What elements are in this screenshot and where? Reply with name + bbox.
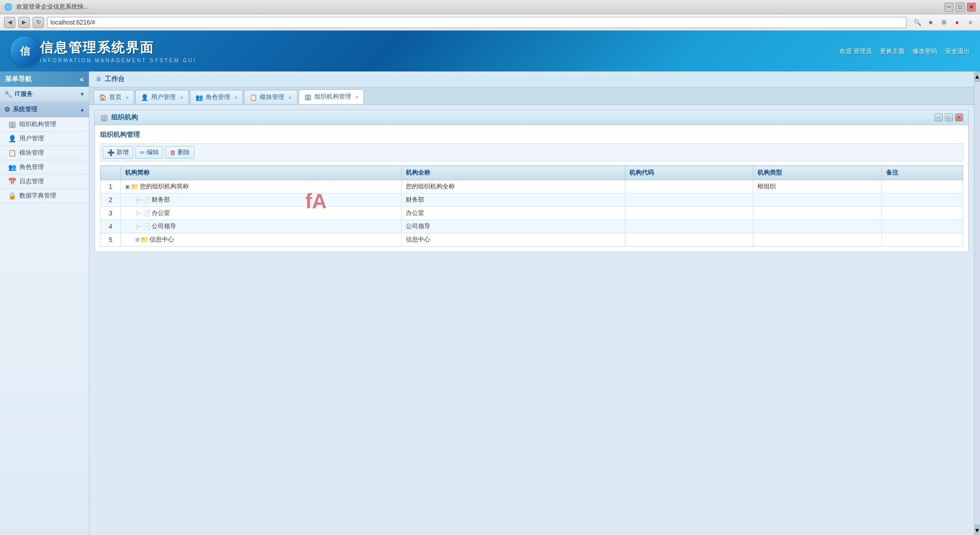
role-icon: 👥 <box>8 163 16 171</box>
org-table: 机构简称 机构全称 机构代码 机构类型 备注 1 <box>100 165 963 247</box>
tab-users[interactable]: 👤 用户管理 × <box>135 90 188 104</box>
col-code: 机构代码 <box>625 166 753 180</box>
sidebar-item-org[interactable]: 🏢 组织机构管理 <box>0 117 89 132</box>
browser-minimize-btn[interactable]: ─ <box>944 3 953 12</box>
tree-indent: ├─ 📄 财务部 <box>125 196 397 204</box>
sidebar-item-roles[interactable]: 👥 角色管理 <box>0 160 89 175</box>
row-code <box>625 207 753 220</box>
table-row[interactable]: 4 ├─ 📄 公司领导 公司领导 <box>101 220 963 233</box>
sidebar-item-roles-label: 角色管理 <box>19 163 44 172</box>
sidebar-item-dict[interactable]: 🔒 数据字典管理 <box>0 189 89 203</box>
tab-org-icon: 🏢 <box>304 93 312 101</box>
tab-roles-icon: 👥 <box>195 94 203 101</box>
row-num: 5 <box>101 233 121 247</box>
workbench-icon: 🖥 <box>95 76 102 83</box>
row-num: 4 <box>101 220 121 233</box>
expand-icon[interactable]: ⊞ <box>135 237 139 242</box>
add-icon: ➕ <box>107 149 115 156</box>
right-scrollbar[interactable]: ▲ ▼ <box>974 71 980 535</box>
connector-icon: ├─ <box>135 224 142 229</box>
row-shortname: ▣ 📁 您的组织机构简称 <box>121 180 402 193</box>
sidebar-item-modules-label: 模块管理 <box>19 149 44 157</box>
delete-btn[interactable]: 🗑 删除 <box>165 146 194 159</box>
sidebar-header: 菜单导航 « <box>0 71 89 87</box>
tab-roles[interactable]: 👥 角色管理 × <box>190 90 243 104</box>
row-shortname: ├─ 📄 公司领导 <box>121 220 402 233</box>
tab-modules-close[interactable]: × <box>288 94 291 101</box>
tree-indent: ⊞ 📁 信息中心 <box>125 235 397 244</box>
scrollbar-down[interactable]: ▼ <box>974 525 980 535</box>
tab-home[interactable]: 🏠 首页 × <box>93 90 134 104</box>
col-fullname: 机构全称 <box>402 166 625 180</box>
edit-btn[interactable]: ✏ 编辑 <box>135 146 163 159</box>
forward-button[interactable]: ▶ <box>18 17 30 28</box>
address-bar[interactable]: localhost:6216/# <box>47 17 906 28</box>
row-type <box>753 220 882 233</box>
tab-modules-label: 模块管理 <box>260 93 284 102</box>
browser-close-btn[interactable]: ✕ <box>967 3 976 12</box>
it-section-icon: 🔧 <box>4 90 12 98</box>
table-row[interactable]: 2 ├─ 📄 财务部 财务部 <box>101 193 963 207</box>
sidebar-item-users-label: 用户管理 <box>19 134 44 143</box>
row-shortname: ├─ 📄 办公室 <box>121 207 402 220</box>
shortname-text: 信息中心 <box>150 235 174 244</box>
shortname-text: 财务部 <box>152 196 170 204</box>
shortname-text: 您的组织机构简称 <box>140 182 189 191</box>
tab-users-close[interactable]: × <box>180 94 183 101</box>
user-icon[interactable]: ♦ <box>951 17 963 28</box>
tab-modules[interactable]: 📋 模块管理 × <box>244 90 297 104</box>
sidebar-section-header-it[interactable]: 🔧 IT服务 ▼ <box>0 87 89 102</box>
sidebar-item-org-label: 组织机构管理 <box>19 120 56 129</box>
sidebar-collapse-btn[interactable]: « <box>80 75 84 83</box>
file-icon: 📄 <box>143 210 151 216</box>
browser-tab-title: 欢迎登录企业信息系统快... <box>16 3 944 11</box>
col-num <box>101 166 121 180</box>
browser-maximize-btn[interactable]: □ <box>955 3 965 12</box>
table-row[interactable]: 3 ├─ 📄 办公室 办公室 <box>101 207 963 220</box>
search-icon[interactable]: 🔍 <box>912 17 923 28</box>
row-remark <box>882 207 963 220</box>
tab-org[interactable]: 🏢 组织机构管理 × <box>299 89 364 104</box>
add-btn[interactable]: ➕ 新增 <box>103 146 133 159</box>
sidebar-item-users[interactable]: 👤 用户管理 <box>0 132 89 146</box>
delete-label: 删除 <box>178 148 190 157</box>
tab-roles-close[interactable]: × <box>234 94 237 101</box>
browser-nav-icons: 🔍 ★ ⚙ ♦ ≡ <box>912 17 976 28</box>
refresh-button[interactable]: ↻ <box>33 17 44 28</box>
row-type <box>753 193 882 207</box>
tab-org-close[interactable]: × <box>355 94 358 100</box>
sidebar-item-logs[interactable]: 📅 日志管理 <box>0 175 89 189</box>
expand-icon[interactable]: ▣ <box>125 184 130 189</box>
logout-btn[interactable]: 安全退出 <box>945 47 970 56</box>
toolbar: ➕ 新增 ✏ 编辑 🗑 删除 <box>100 143 963 161</box>
change-theme-btn[interactable]: 更换主题 <box>880 47 904 56</box>
dict-icon: 🔒 <box>8 192 16 200</box>
row-code <box>625 220 753 233</box>
scrollbar-up[interactable]: ▲ <box>974 71 980 82</box>
row-num: 2 <box>101 193 121 207</box>
settings-icon[interactable]: ⚙ <box>938 17 949 28</box>
row-remark <box>882 193 963 207</box>
app-logo: 信 <box>10 36 40 66</box>
panel-restore-btn[interactable]: □ <box>945 113 953 121</box>
panel-controls: ─ □ ✕ <box>935 113 963 121</box>
sidebar-section-header-system[interactable]: ⚙ 系统管理 ▲ <box>0 102 89 117</box>
org-content: 组织机构管理 ➕ 新增 ✏ 编辑 🗑 删除 <box>95 125 968 252</box>
table-row[interactable]: 1 ▣ 📁 您的组织机构简称 您的组织机构全称 <box>101 180 963 193</box>
sidebar-item-modules[interactable]: 📋 模块管理 <box>0 146 89 160</box>
tab-home-close[interactable]: × <box>126 94 129 101</box>
panel-minimize-btn[interactable]: ─ <box>935 113 943 121</box>
tab-org-label: 组织机构管理 <box>314 92 351 101</box>
table-row[interactable]: 5 ⊞ 📁 信息中心 信息中心 <box>101 233 963 247</box>
menu-icon[interactable]: ≡ <box>965 17 976 28</box>
change-pwd-btn[interactable]: 修改密码 <box>913 47 937 56</box>
col-remark: 备注 <box>882 166 963 180</box>
tree-indent: ▣ 📁 您的组织机构简称 <box>125 182 397 191</box>
folder-icon: 📁 <box>140 236 149 244</box>
panel-close-btn[interactable]: ✕ <box>955 113 963 121</box>
sidebar-item-logs-label: 日志管理 <box>19 177 44 186</box>
browser-window-controls: ─ □ ✕ <box>944 3 976 12</box>
star-icon[interactable]: ★ <box>925 17 936 28</box>
file-icon: 📄 <box>143 223 151 230</box>
back-button[interactable]: ◀ <box>4 17 15 28</box>
